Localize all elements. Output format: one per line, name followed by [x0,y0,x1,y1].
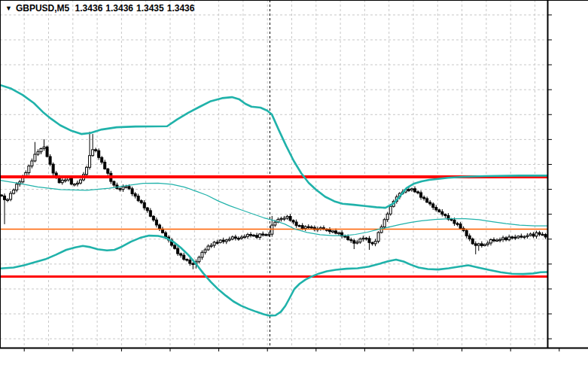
time-axis[interactable]: 20 Jan 202620 Jan 17:5520 Jan 19:1520 Ja… [0,348,588,368]
ohlc-low: 1.3435 [136,3,164,14]
candlestick-series [1,132,547,269]
plot-region[interactable] [0,0,547,348]
grid-lines [0,0,547,348]
bollinger-middle-band [0,181,547,236]
ohlc-open: 1.3436 [75,3,103,14]
mt4-chart-window: ▼GBPUSD,M5 1.34361.34361.34351.3436 1.35… [0,0,588,368]
chart-ohlc-header: ▼GBPUSD,M5 1.34361.34361.34351.3436 [5,3,197,14]
price-axis[interactable]: 1.35251.35151.35051.34951.34851.34751.34… [547,0,588,348]
ohlc-close: 1.3436 [167,3,195,14]
ohlc-high: 1.3436 [105,3,133,14]
level-lines [0,177,547,276]
symbol-label: GBPUSD,M5 [16,3,69,14]
symbol-marker-icon: ▼ [5,5,12,12]
chart-plot-area[interactable] [0,0,588,368]
